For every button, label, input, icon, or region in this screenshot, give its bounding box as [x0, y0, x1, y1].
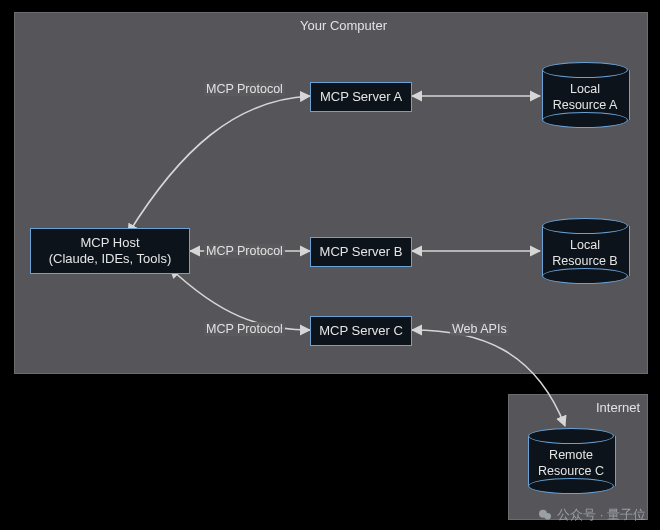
edge-label-protocol-a: MCP Protocol [204, 82, 285, 96]
panel-your-computer-label: Your Computer [300, 18, 387, 33]
wechat-icon [537, 507, 553, 523]
edge-label-protocol-b: MCP Protocol [204, 244, 285, 258]
node-mcp-host: MCP Host (Claude, IDEs, Tools) [30, 228, 190, 274]
node-mcp-server-c: MCP Server C [310, 316, 412, 346]
edge-label-web-apis: Web APIs [450, 322, 509, 336]
cylinder-local-resource-b-label: Local Resource B [542, 238, 628, 269]
node-mcp-server-b: MCP Server B [310, 237, 412, 267]
cylinder-remote-resource-c-label: Remote Resource C [528, 448, 614, 479]
watermark-text: 公众号 · 量子位 [557, 506, 646, 524]
node-mcp-server-a: MCP Server A [310, 82, 412, 112]
svg-point-4 [544, 513, 551, 520]
cylinder-local-resource-a-label: Local Resource A [542, 82, 628, 113]
cylinder-local-resource-a: Local Resource A [542, 62, 628, 128]
cylinder-local-resource-b: Local Resource B [542, 218, 628, 284]
edge-label-protocol-c: MCP Protocol [204, 322, 285, 336]
cylinder-remote-resource-c: Remote Resource C [528, 428, 614, 494]
diagram-canvas: Your Computer Internet MCP Host (Claude,… [0, 0, 660, 530]
panel-internet-label: Internet [596, 400, 640, 415]
watermark: 公众号 · 量子位 [537, 506, 646, 524]
